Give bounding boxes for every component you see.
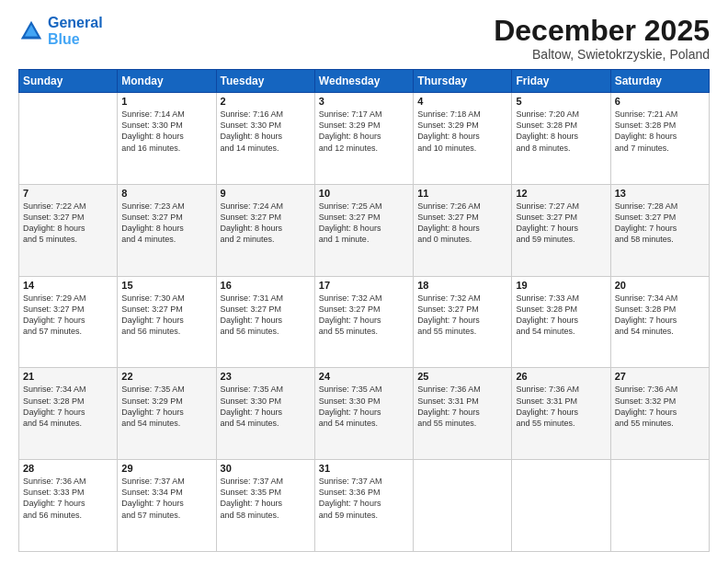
header-day-monday: Monday	[118, 70, 216, 93]
calendar-cell: 21Sunrise: 7:34 AM Sunset: 3:28 PM Dayli…	[19, 368, 118, 460]
cell-date-number: 19	[516, 280, 606, 291]
calendar-cell: 15Sunrise: 7:30 AM Sunset: 3:27 PM Dayli…	[118, 276, 216, 368]
cell-info-text: Sunrise: 7:23 AM Sunset: 3:27 PM Dayligh…	[121, 201, 211, 246]
cell-date-number: 22	[121, 371, 211, 382]
calendar-cell: 19Sunrise: 7:33 AM Sunset: 3:28 PM Dayli…	[512, 276, 610, 368]
calendar-cell	[19, 93, 118, 185]
cell-date-number: 5	[516, 96, 606, 107]
cell-date-number: 12	[516, 188, 606, 199]
cell-info-text: Sunrise: 7:18 AM Sunset: 3:29 PM Dayligh…	[417, 109, 507, 154]
calendar-subtitle: Baltow, Swietokrzyskie, Poland	[494, 47, 710, 62]
cell-info-text: Sunrise: 7:14 AM Sunset: 3:30 PM Dayligh…	[121, 109, 211, 154]
cell-date-number: 25	[417, 371, 507, 382]
week-row-3: 14Sunrise: 7:29 AM Sunset: 3:27 PM Dayli…	[19, 276, 710, 368]
calendar-cell: 13Sunrise: 7:28 AM Sunset: 3:27 PM Dayli…	[610, 184, 709, 276]
cell-info-text: Sunrise: 7:28 AM Sunset: 3:27 PM Dayligh…	[615, 201, 705, 246]
calendar-title: December 2025	[494, 15, 710, 47]
cell-date-number: 26	[516, 371, 606, 382]
header: General Blue December 2025 Baltow, Swiet…	[18, 15, 710, 62]
cell-date-number: 3	[319, 96, 409, 107]
calendar-cell: 5Sunrise: 7:20 AM Sunset: 3:28 PM Daylig…	[512, 93, 610, 185]
header-day-friday: Friday	[512, 70, 610, 93]
cell-info-text: Sunrise: 7:36 AM Sunset: 3:31 PM Dayligh…	[516, 384, 606, 429]
cell-date-number: 7	[23, 188, 113, 199]
cell-date-number: 23	[221, 371, 311, 382]
calendar-cell: 2Sunrise: 7:16 AM Sunset: 3:30 PM Daylig…	[216, 93, 314, 185]
logo-text: General Blue	[48, 15, 103, 47]
logo-icon	[18, 18, 44, 44]
calendar-table: SundayMondayTuesdayWednesdayThursdayFrid…	[18, 69, 710, 552]
calendar-cell: 10Sunrise: 7:25 AM Sunset: 3:27 PM Dayli…	[314, 184, 413, 276]
calendar-cell: 30Sunrise: 7:37 AM Sunset: 3:35 PM Dayli…	[216, 460, 314, 552]
calendar-cell: 14Sunrise: 7:29 AM Sunset: 3:27 PM Dayli…	[19, 276, 118, 368]
cell-date-number: 4	[417, 96, 507, 107]
cell-info-text: Sunrise: 7:36 AM Sunset: 3:33 PM Dayligh…	[23, 476, 113, 521]
cell-date-number: 14	[23, 280, 113, 291]
cell-info-text: Sunrise: 7:34 AM Sunset: 3:28 PM Dayligh…	[23, 384, 113, 429]
cell-date-number: 28	[23, 463, 113, 474]
calendar-cell: 28Sunrise: 7:36 AM Sunset: 3:33 PM Dayli…	[19, 460, 118, 552]
calendar-cell: 1Sunrise: 7:14 AM Sunset: 3:30 PM Daylig…	[118, 93, 216, 185]
header-day-sunday: Sunday	[19, 70, 118, 93]
cell-info-text: Sunrise: 7:24 AM Sunset: 3:27 PM Dayligh…	[221, 201, 311, 246]
cell-info-text: Sunrise: 7:27 AM Sunset: 3:27 PM Dayligh…	[516, 201, 606, 246]
cell-date-number: 18	[417, 280, 507, 291]
calendar-cell: 29Sunrise: 7:37 AM Sunset: 3:34 PM Dayli…	[118, 460, 216, 552]
calendar-cell: 22Sunrise: 7:35 AM Sunset: 3:29 PM Dayli…	[118, 368, 216, 460]
cell-info-text: Sunrise: 7:20 AM Sunset: 3:28 PM Dayligh…	[516, 109, 606, 154]
logo: General Blue	[18, 15, 103, 47]
cell-info-text: Sunrise: 7:31 AM Sunset: 3:27 PM Dayligh…	[221, 293, 311, 338]
cell-date-number: 10	[319, 188, 409, 199]
cell-info-text: Sunrise: 7:26 AM Sunset: 3:27 PM Dayligh…	[417, 201, 507, 246]
calendar-cell: 16Sunrise: 7:31 AM Sunset: 3:27 PM Dayli…	[216, 276, 314, 368]
cell-date-number: 8	[121, 188, 211, 199]
calendar-cell: 6Sunrise: 7:21 AM Sunset: 3:28 PM Daylig…	[610, 93, 709, 185]
calendar-cell: 26Sunrise: 7:36 AM Sunset: 3:31 PM Dayli…	[512, 368, 610, 460]
calendar-cell: 4Sunrise: 7:18 AM Sunset: 3:29 PM Daylig…	[414, 93, 512, 185]
calendar-cell: 17Sunrise: 7:32 AM Sunset: 3:27 PM Dayli…	[314, 276, 413, 368]
cell-date-number: 9	[221, 188, 311, 199]
cell-date-number: 6	[615, 96, 705, 107]
page: General Blue December 2025 Baltow, Swiet…	[0, 0, 728, 563]
cell-info-text: Sunrise: 7:32 AM Sunset: 3:27 PM Dayligh…	[417, 293, 507, 338]
cell-info-text: Sunrise: 7:33 AM Sunset: 3:28 PM Dayligh…	[516, 293, 606, 338]
cell-info-text: Sunrise: 7:37 AM Sunset: 3:34 PM Dayligh…	[121, 476, 211, 521]
calendar-cell: 18Sunrise: 7:32 AM Sunset: 3:27 PM Dayli…	[414, 276, 512, 368]
calendar-cell	[414, 460, 512, 552]
calendar-cell: 20Sunrise: 7:34 AM Sunset: 3:28 PM Dayli…	[610, 276, 709, 368]
cell-info-text: Sunrise: 7:37 AM Sunset: 3:36 PM Dayligh…	[319, 476, 409, 521]
calendar-cell	[512, 460, 610, 552]
cell-info-text: Sunrise: 7:36 AM Sunset: 3:32 PM Dayligh…	[615, 384, 705, 429]
header-day-tuesday: Tuesday	[216, 70, 314, 93]
cell-info-text: Sunrise: 7:16 AM Sunset: 3:30 PM Dayligh…	[221, 109, 311, 154]
header-row: SundayMondayTuesdayWednesdayThursdayFrid…	[19, 70, 710, 93]
cell-info-text: Sunrise: 7:30 AM Sunset: 3:27 PM Dayligh…	[121, 293, 211, 338]
week-row-4: 21Sunrise: 7:34 AM Sunset: 3:28 PM Dayli…	[19, 368, 710, 460]
week-row-2: 7Sunrise: 7:22 AM Sunset: 3:27 PM Daylig…	[19, 184, 710, 276]
cell-date-number: 20	[615, 280, 705, 291]
calendar-cell: 31Sunrise: 7:37 AM Sunset: 3:36 PM Dayli…	[314, 460, 413, 552]
calendar-cell: 27Sunrise: 7:36 AM Sunset: 3:32 PM Dayli…	[610, 368, 709, 460]
cell-info-text: Sunrise: 7:25 AM Sunset: 3:27 PM Dayligh…	[319, 201, 409, 246]
header-day-thursday: Thursday	[414, 70, 512, 93]
cell-info-text: Sunrise: 7:35 AM Sunset: 3:30 PM Dayligh…	[221, 384, 311, 429]
cell-date-number: 15	[121, 280, 211, 291]
cell-info-text: Sunrise: 7:22 AM Sunset: 3:27 PM Dayligh…	[23, 201, 113, 246]
calendar-cell: 7Sunrise: 7:22 AM Sunset: 3:27 PM Daylig…	[19, 184, 118, 276]
cell-info-text: Sunrise: 7:29 AM Sunset: 3:27 PM Dayligh…	[23, 293, 113, 338]
cell-date-number: 11	[417, 188, 507, 199]
cell-info-text: Sunrise: 7:35 AM Sunset: 3:29 PM Dayligh…	[121, 384, 211, 429]
cell-date-number: 27	[615, 371, 705, 382]
calendar-cell	[610, 460, 709, 552]
title-block: December 2025 Baltow, Swietokrzyskie, Po…	[494, 15, 710, 62]
cell-date-number: 29	[121, 463, 211, 474]
cell-info-text: Sunrise: 7:21 AM Sunset: 3:28 PM Dayligh…	[615, 109, 705, 154]
cell-date-number: 24	[319, 371, 409, 382]
header-day-wednesday: Wednesday	[314, 70, 413, 93]
cell-date-number: 31	[319, 463, 409, 474]
cell-date-number: 1	[121, 96, 211, 107]
calendar-cell: 25Sunrise: 7:36 AM Sunset: 3:31 PM Dayli…	[414, 368, 512, 460]
calendar-cell: 12Sunrise: 7:27 AM Sunset: 3:27 PM Dayli…	[512, 184, 610, 276]
calendar-cell: 3Sunrise: 7:17 AM Sunset: 3:29 PM Daylig…	[314, 93, 413, 185]
week-row-1: 1Sunrise: 7:14 AM Sunset: 3:30 PM Daylig…	[19, 93, 710, 185]
